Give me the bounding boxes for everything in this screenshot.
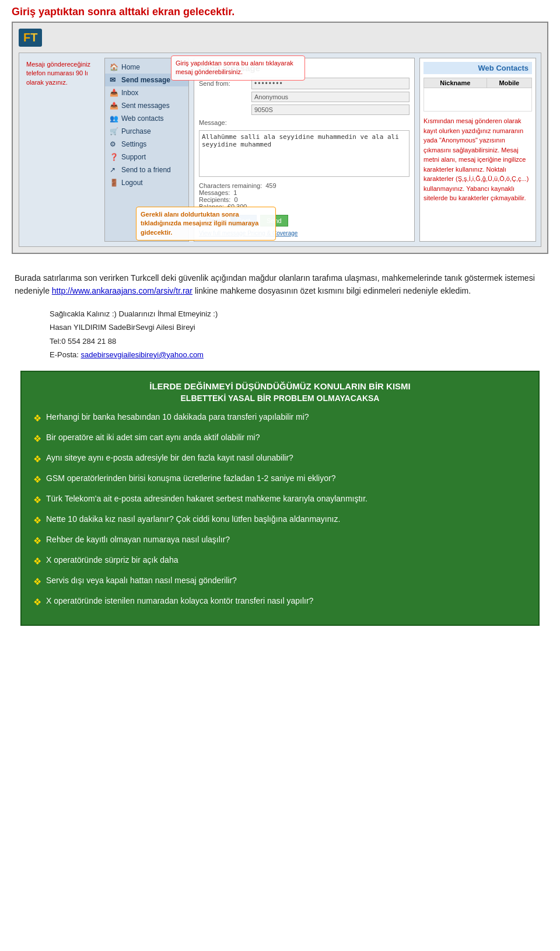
- bullet-icon-1: ❖: [33, 432, 41, 446]
- green-box-item-text-5: Nette 10 dakika kız nasıl ayarlanır? Çok…: [46, 513, 340, 525]
- sidebar-label-settings: Settings: [121, 140, 146, 148]
- green-box-item-1: ❖ Bir operatöre ait iki adet sim cart ay…: [33, 431, 527, 446]
- ft-logo: FT: [19, 29, 42, 47]
- green-box-item-5: ❖ Nette 10 dakika kız nasıl ayarlanır? Ç…: [33, 513, 527, 528]
- main-content: Burada satırlarıma son verirken Turkcell…: [0, 266, 560, 632]
- bullet-icon-8: ❖: [33, 575, 41, 589]
- inbox-icon: 📥: [110, 89, 118, 97]
- left-note: Mesajı göndereceğiniz telefon numarası 9…: [24, 58, 100, 242]
- green-box-item-text-9: X operatöründe istenilen numaradan kolay…: [46, 595, 313, 607]
- web-contacts-panel: Web Contacts Nickname Mobile Kısmından m…: [419, 58, 536, 242]
- bullet-icon-9: ❖: [33, 595, 41, 609]
- bullet-icon-2: ❖: [33, 452, 41, 466]
- bullet-icon-5: ❖: [33, 514, 41, 528]
- bullet-icon-7: ❖: [33, 555, 41, 569]
- send-from-label: Send from:: [199, 80, 251, 87]
- bullet-icon-0: ❖: [33, 412, 41, 426]
- share-icon: ↗: [110, 166, 118, 174]
- green-box-item-9: ❖ X operatöründe istenilen numaradan kol…: [33, 595, 527, 609]
- sidebar-label-support: Support: [121, 153, 146, 161]
- signature-name: Hasan YILDIRIM SadeBirSevgi Ailesi Birey…: [50, 321, 545, 334]
- sent-icon: 📤: [110, 102, 118, 110]
- screenshot-inner: Mesajı göndereceğiniz telefon numarası 9…: [19, 53, 541, 247]
- chars-label: Characters remaining:: [199, 182, 262, 189]
- messages-value: 1: [233, 189, 237, 196]
- bullet-icon-3: ❖: [33, 473, 41, 487]
- settings-icon: ⚙: [110, 140, 118, 148]
- green-box-item-text-8: Servis dışı veya kapalı hattan nasıl mes…: [46, 574, 237, 587]
- sidebar-item-purchase[interactable]: 🛒 Purchase: [105, 125, 188, 138]
- top-heading: Giriş yaptıktan sonra alttaki ekran gele…: [0, 0, 560, 22]
- wc-table: Nickname Mobile: [424, 78, 532, 112]
- green-box-item-text-1: Bir operatöre ait iki adet sim cart aynı…: [46, 431, 260, 444]
- send-icon: ✉: [110, 76, 118, 84]
- green-box-item-text-2: Aynı siteye aynı e-posta adresiyle bir d…: [46, 452, 293, 464]
- recipients-label: Recipients:: [199, 196, 230, 203]
- sidebar-item-support[interactable]: ❓ Support: [105, 151, 188, 163]
- support-icon: ❓: [110, 153, 118, 161]
- bottom-annotation-bubble: Gerekli alanı doldurtuktan sonra tıkladı…: [136, 207, 276, 241]
- green-box: İLERDE DEĞİNMEYİ DÜŞÜNDÜĞÜMÜZ KONULARIN …: [20, 371, 540, 626]
- sidebar-label-home: Home: [121, 63, 140, 71]
- chars-stat: Characters remaining: 459: [199, 182, 410, 189]
- sidebar-label-logout: Logout: [121, 179, 143, 187]
- bullet-icon-6: ❖: [33, 534, 41, 548]
- masked-sender: ••••••••: [254, 79, 284, 88]
- green-box-item-text-4: Türk Telekom'a ait e-posta adresinden ha…: [46, 493, 368, 505]
- sidebar-item-logout[interactable]: 🚪 Logout: [105, 176, 188, 189]
- sidebar-item-sendtofriend[interactable]: ↗ Send to a friend: [105, 163, 188, 176]
- sidebar-label-sent: Sent messages: [121, 102, 170, 110]
- green-box-item-7: ❖ X operatöründe sürpriz bir açık daha: [33, 554, 527, 569]
- message-label-row: Message:: [199, 117, 410, 127]
- green-box-item-4: ❖ Türk Telekom'a ait e-posta adresinden …: [33, 493, 527, 507]
- number-row: 9050S: [199, 104, 410, 115]
- wc-col-mobile: Mobile: [487, 78, 531, 88]
- signature-email-row: E-Posta: sadebirsevgiailesibireyi@yahoo.…: [50, 348, 545, 361]
- rar-link[interactable]: http://www.ankaraajans.com/arsiv/tr.rar: [52, 286, 192, 295]
- green-box-item-8: ❖ Servis dışı veya kapalı hattan nasıl m…: [33, 574, 527, 589]
- home-icon: 🏠: [110, 63, 118, 71]
- bullet-icon-4: ❖: [33, 493, 41, 507]
- sidebar-item-inbox[interactable]: 📥 Inbox: [105, 86, 188, 99]
- purchase-icon: 🛒: [110, 127, 118, 135]
- green-box-item-6: ❖ Rehber de kayıtlı olmayan numaraya nas…: [33, 534, 527, 548]
- green-box-item-text-7: X operatöründe sürpriz bir açık daha: [46, 554, 178, 566]
- anonymous-value: Anonymous: [251, 92, 410, 102]
- green-box-title: İLERDE DEĞİNMEYİ DÜŞÜNDÜĞÜMÜZ KONULARIN …: [33, 381, 527, 391]
- signature-greeting: Sağlıcakla Kalınız :) Dualarınızı İhmal …: [50, 307, 545, 321]
- sidebar-label-webcontacts: Web contacts: [121, 114, 163, 123]
- wc-title: Web Contacts: [424, 62, 532, 74]
- top-annotation-bubble: Giriş yapıldıktan sonra bu alanı tıklaya…: [171, 55, 305, 81]
- screenshot-wrapper: FT Mesajı göndereceğiniz telefon numaras…: [12, 22, 548, 254]
- sidebar-item-webcontacts[interactable]: 👥 Web contacts: [105, 112, 188, 125]
- signature-email-label: E-Posta:: [50, 350, 79, 359]
- left-note-text: Mesajı göndereceğiniz telefon numarası 9…: [26, 60, 97, 87]
- green-box-item-text-0: Herhangi bir banka hesabından 10 dakikad…: [46, 411, 309, 423]
- messages-label: Messages:: [199, 189, 230, 196]
- messages-stat: Messages: 1: [199, 189, 410, 196]
- sidebar-label-inbox: Inbox: [121, 89, 138, 97]
- anonymous-row: Anonymous: [199, 92, 410, 102]
- green-box-item-0: ❖ Herhangi bir banka hesabından 10 dakik…: [33, 411, 527, 426]
- paragraph1-after-link: linkine mahkeme dosyasının özet kısmını …: [192, 286, 471, 295]
- signature-tel: Tel:0 554 284 21 88: [50, 335, 545, 348]
- green-box-subtitle: ELBETTEKİ YASAL BİR PROBLEM OLMAYACAKSA: [33, 393, 527, 403]
- stats-block: Characters remaining: 459 Messages: 1 Re…: [199, 182, 410, 210]
- sidebar-label-purchase: Purchase: [121, 127, 151, 135]
- wc-empty-row: [424, 88, 532, 112]
- signature-email-link[interactable]: sadebirsevgiailesibireyi@yahoo.com: [80, 350, 203, 359]
- green-box-item-3: ❖ GSM operatörlerinden birisi konuşma üc…: [33, 472, 527, 487]
- sidebar-label-send: Send message: [121, 76, 170, 84]
- signature-block: Sağlıcakla Kalınız :) Dualarınızı İhmal …: [50, 307, 545, 362]
- message-textarea[interactable]: Allahümme salli ala seyyidine muhammedin…: [199, 130, 410, 177]
- sidebar-item-settings[interactable]: ⚙ Settings: [105, 138, 188, 151]
- recipients-stat: Recipients: 0: [199, 196, 410, 203]
- number-value[interactable]: 9050S: [251, 104, 410, 115]
- green-box-item-text-6: Rehber de kayıtlı olmayan numaraya nasıl…: [46, 534, 230, 546]
- message-label: Message:: [199, 119, 227, 126]
- right-annotation: Kısmından mesaj gönderen olarak kayıt ol…: [424, 116, 532, 203]
- green-box-item-2: ❖ Aynı siteye aynı e-posta adresiyle bir…: [33, 452, 527, 466]
- recipients-value: 0: [234, 196, 237, 203]
- sidebar-item-sent[interactable]: 📤 Sent messages: [105, 99, 188, 112]
- intro-paragraph: Burada satırlarıma son verirken Turkcell…: [15, 271, 545, 298]
